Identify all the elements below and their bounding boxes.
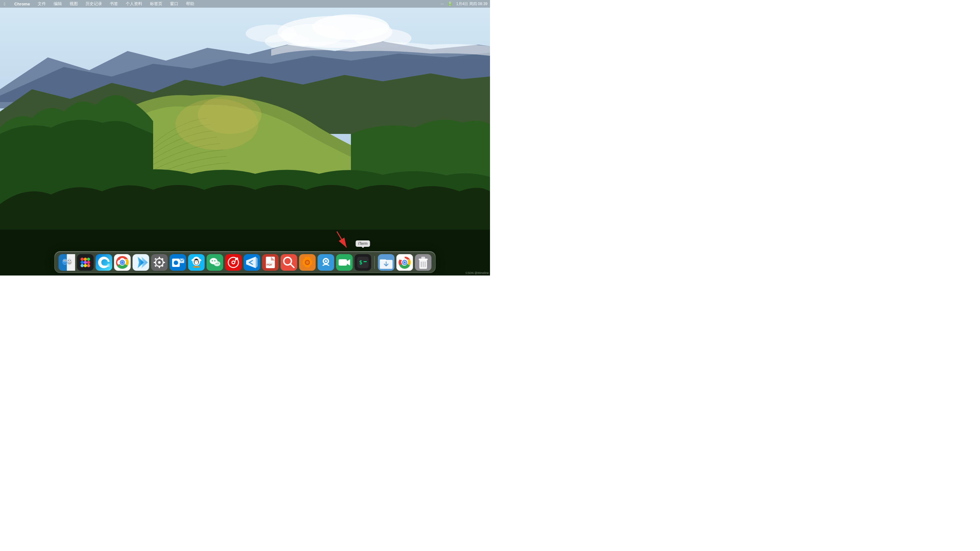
- svg-point-78: [216, 263, 216, 264]
- svg-point-29: [81, 261, 84, 264]
- svg-point-20: [67, 259, 72, 265]
- svg-point-79: [218, 263, 218, 264]
- menubar-right: ··· 🔋 1月4日 周四 08:39: [441, 1, 487, 7]
- svg-point-67: [197, 260, 198, 261]
- arrow-pointer: [327, 228, 353, 254]
- menu-bookmarks[interactable]: 书签: [108, 0, 119, 7]
- dock-chrome-ext[interactable]: [396, 254, 413, 271]
- dock-youdao[interactable]: [281, 254, 298, 271]
- svg-point-41: [121, 261, 124, 264]
- svg-rect-51: [163, 262, 165, 263]
- svg-rect-121: [422, 257, 425, 259]
- dock-outlook[interactable]: [170, 254, 186, 271]
- svg-rect-92: [281, 254, 298, 271]
- svg-point-6: [246, 25, 297, 43]
- watermark: CSDN @ittimeline: [465, 272, 489, 275]
- svg-point-97: [306, 261, 309, 264]
- menubar-left:  Chrome 文件 编辑 视图 历史记录 书签 个人资料 标签页 窗口 帮助: [3, 0, 441, 7]
- svg-point-19: [65, 260, 66, 261]
- dock-finder[interactable]: [59, 254, 75, 271]
- svg-point-83: [232, 262, 234, 264]
- apple-menu[interactable]: : [3, 1, 7, 7]
- svg-text:$: $: [359, 259, 363, 266]
- svg-point-18: [64, 260, 64, 261]
- dock-launchpad[interactable]: [77, 254, 94, 271]
- svg-point-31: [87, 261, 90, 264]
- dock-dash[interactable]: [318, 254, 334, 271]
- svg-point-76: [212, 260, 213, 262]
- menu-datetime: 1月4日 周四 08:39: [456, 1, 487, 7]
- dock-copilot[interactable]: [133, 254, 149, 271]
- app-name-menu[interactable]: Chrome: [13, 1, 31, 7]
- menu-status-dots[interactable]: ···: [441, 2, 444, 6]
- svg-point-24: [70, 260, 70, 261]
- dock-trash[interactable]: [415, 254, 432, 271]
- menu-history[interactable]: 历史记录: [84, 0, 103, 7]
- svg-point-32: [81, 264, 84, 267]
- svg-point-58: [174, 260, 178, 265]
- svg-point-9: [198, 96, 262, 134]
- dock-facetime[interactable]: [336, 254, 353, 271]
- dock-vscode[interactable]: [244, 254, 260, 271]
- svg-rect-49: [159, 266, 160, 268]
- svg-rect-108: [364, 261, 367, 262]
- svg-point-117: [404, 262, 406, 264]
- dock-iterm[interactable]: iTerm $: [355, 254, 371, 271]
- svg-point-77: [215, 260, 216, 262]
- menu-battery: 🔋: [447, 2, 452, 6]
- svg-point-26: [81, 258, 84, 261]
- dock-downloads[interactable]: [378, 254, 395, 271]
- svg-point-15: [62, 259, 68, 265]
- dock: PDF: [54, 251, 436, 273]
- svg-line-11: [337, 232, 347, 248]
- svg-rect-103: [339, 259, 347, 266]
- svg-rect-111: [380, 259, 386, 261]
- svg-rect-50: [154, 262, 156, 263]
- svg-point-72: [197, 266, 200, 268]
- menu-profiles[interactable]: 个人资料: [124, 0, 143, 7]
- dock-wps[interactable]: PDF: [262, 254, 279, 271]
- dock-music[interactable]: [225, 254, 242, 271]
- dock-wechat[interactable]: [207, 254, 223, 271]
- svg-point-23: [68, 260, 68, 261]
- dock-qq[interactable]: [188, 254, 205, 271]
- dock-paprika[interactable]: [299, 254, 316, 271]
- svg-point-27: [84, 258, 87, 261]
- desktop:  Chrome 文件 编辑 视图 历史记录 书签 个人资料 标签页 窗口 帮助…: [0, 0, 490, 275]
- svg-rect-35: [96, 254, 112, 271]
- svg-point-71: [193, 266, 197, 268]
- dock-separator: [374, 256, 375, 269]
- svg-point-33: [84, 264, 87, 267]
- menu-file[interactable]: 文件: [37, 0, 47, 7]
- menu-edit[interactable]: 编辑: [52, 0, 63, 7]
- svg-rect-48: [159, 257, 160, 259]
- svg-point-66: [195, 260, 195, 261]
- menu-help[interactable]: 帮助: [185, 0, 196, 7]
- svg-point-68: [196, 262, 197, 262]
- dock-chrome[interactable]: [114, 254, 131, 271]
- menu-window[interactable]: 窗口: [169, 0, 180, 7]
- dock-edge[interactable]: [96, 254, 112, 271]
- svg-point-30: [84, 261, 87, 264]
- svg-point-101: [325, 260, 327, 262]
- svg-point-75: [214, 261, 220, 266]
- svg-point-28: [87, 258, 90, 261]
- landscape-background: [0, 0, 490, 275]
- menu-view[interactable]: 视图: [68, 0, 79, 7]
- menu-tabs[interactable]: 标签页: [149, 0, 164, 7]
- menubar:  Chrome 文件 编辑 视图 历史记录 书签 个人资料 标签页 窗口 帮助…: [0, 0, 490, 8]
- svg-point-34: [87, 264, 90, 267]
- dock-system-prefs[interactable]: [151, 254, 168, 271]
- svg-point-47: [158, 261, 161, 264]
